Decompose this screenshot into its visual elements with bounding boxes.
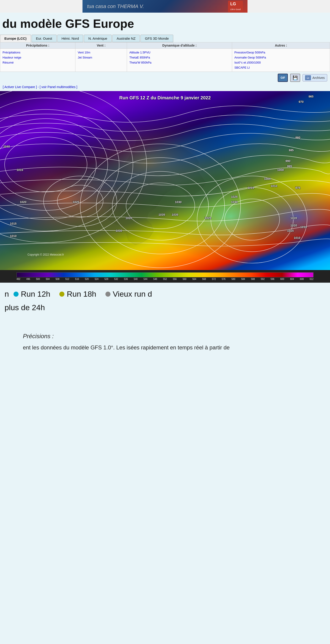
pressure-label-990: 990 — [286, 159, 291, 163]
submenu-col-precipitations: Précipitations Hauteur neige Résumé — [0, 49, 75, 72]
voir-panel-multimodeles[interactable]: [ voir Panel multimodèles ] — [40, 85, 77, 89]
svg-rect-0 — [0, 91, 330, 270]
submenu-col-dynamique: Altitude 1.5PVU ThetaE 850hPa Theta'W 85… — [127, 49, 232, 72]
pressure-label-985: 985 — [289, 148, 294, 152]
spacer-4 — [0, 377, 330, 386]
submenu-header-dynamique: Dynamique d'altitude : — [127, 42, 232, 49]
pressure-label-970: 970 — [299, 100, 304, 104]
pressure-label-1025c: 1025 — [205, 216, 211, 220]
svg-point-4 — [4, 137, 87, 192]
link-vent-10m[interactable]: Vent 10m — [78, 50, 124, 55]
link-thetae-850[interactable]: ThetaE 850hPa — [129, 55, 229, 60]
svg-point-12 — [96, 158, 225, 254]
pressure-label-1040: 1040 — [3, 145, 10, 148]
archives-icon: 🗂 — [305, 75, 311, 80]
pressure-label-1000: 1000 — [277, 168, 284, 172]
pressure-label-1010c: 1010 — [294, 236, 300, 240]
pressure-label-1025a: 1025 — [73, 200, 79, 204]
tab-australie-nz[interactable]: Australie NZ — [112, 35, 140, 42]
run-vieux-label: Vieux run d — [113, 290, 152, 298]
activate-live-compare[interactable]: [ Activer Live Compare ] — [3, 85, 37, 89]
pressure-label-1015b: 1015 — [248, 186, 254, 190]
run-plus-24h-label: plus de 24h — [4, 303, 45, 312]
pressure-label-1020c: 1020 — [290, 216, 297, 220]
pressure-label-995: 995 — [287, 164, 292, 168]
pressure-label-1020d: 1020 — [290, 224, 297, 227]
spacer-3 — [0, 368, 330, 377]
submenu-col-autres: Pression/Geop 500hPa Anomalie Geop 500hP… — [232, 49, 330, 72]
svg-point-7 — [0, 110, 119, 220]
run-12h-item: Run 12h — [13, 290, 50, 298]
spacer-1 — [0, 316, 330, 326]
run-18h-item: Run 18h — [59, 290, 96, 298]
pressure-label-1005: 1005 — [264, 177, 271, 180]
map-container: Run GFS 12 Z du Dimanche 9 janvier 2022 — [0, 91, 330, 283]
banner: tua casa con THERMA V. LG Life's Good — [0, 0, 330, 12]
precisions-title: Précisions : — [23, 333, 326, 340]
tab-europe-lcc[interactable]: Europe (LCC) — [0, 35, 31, 42]
pressure-label-1015c: 1015 — [10, 222, 16, 225]
run-0h-label: n — [4, 290, 9, 298]
run-18h-label: Run 18h — [67, 290, 96, 298]
toolbar-row: GIF 💾 🗂 Archives — [0, 72, 330, 84]
colorscale-gradient — [16, 272, 314, 278]
link-sbcape-li[interactable]: SBCAPE LI — [234, 65, 328, 70]
tab-hemi-nord[interactable]: Hémi. Nord — [57, 35, 83, 42]
map-contours-svg — [0, 91, 330, 270]
pressure-label-1020a: 1020 — [20, 200, 26, 204]
submenu-header-autres: Autres : — [232, 42, 330, 49]
pressure-label-1030a: 1030 — [175, 200, 182, 204]
run-18h-dot — [59, 292, 64, 297]
svg-point-18 — [43, 176, 117, 226]
map-title: Run GFS 12 Z du Dimanche 9 janvier 2022 — [119, 95, 211, 100]
svg-point-14 — [225, 199, 280, 240]
map-copyright: Copyright © 2022 Meteociel.fr — [27, 253, 64, 256]
gif-button[interactable]: GIF — [278, 74, 288, 82]
svg-point-8 — [0, 98, 133, 231]
precisions-section: Précisions : ent les données du modèle G… — [0, 326, 330, 358]
archives-button[interactable]: 🗂 Archives — [303, 74, 327, 82]
pressure-label-1030c: 1030 — [115, 229, 122, 232]
precisions-text: ent les données du modèle GFS 1.0°. Les … — [23, 344, 326, 352]
colorscale-bar: 492 496 500 504 508 512 516 520 524 528 … — [0, 270, 330, 283]
svg-rect-3 — [0, 91, 330, 270]
pressure-label-980: 980 — [295, 136, 301, 139]
pressure-label-1035b: 1035 — [172, 213, 178, 216]
pressure-label-1010a: 1010 — [271, 184, 277, 188]
lg-logo: LG Life's Good — [228, 1, 243, 12]
link-hauteur-neige[interactable]: Hauteur neige — [2, 55, 73, 60]
svg-point-9 — [0, 91, 147, 242]
tab-n-amerique[interactable]: N. Amérique — [84, 35, 112, 42]
svg-point-5 — [0, 128, 96, 201]
link-iso0c[interactable]: Iso0°c et z500/1000 — [234, 60, 328, 65]
link-precipitations[interactable]: Précipitations — [2, 50, 73, 55]
pressure-label-1010d: 1010 — [300, 225, 307, 229]
link-altitude-15pvu[interactable]: Altitude 1.5PVU — [129, 50, 229, 55]
banner-text: tua casa con THERMA V. — [87, 4, 144, 10]
colorscale-labels: 492 496 500 504 508 512 516 520 524 528 … — [16, 278, 314, 280]
nav-tabs: Europe (LCC) Eur. Ouest Hémi. Nord N. Am… — [0, 33, 330, 42]
link-jet-stream[interactable]: Jet Stream — [78, 55, 124, 60]
link-pression-geop[interactable]: Pression/Geop 500hPa — [234, 50, 328, 55]
map-image: Run GFS 12 Z du Dimanche 9 janvier 2022 — [0, 91, 330, 270]
svg-rect-1 — [0, 91, 330, 270]
tab-gfs-3d-monde[interactable]: GFS 3D Monde — [140, 35, 173, 42]
run-vieux-dot — [105, 292, 110, 297]
tab-eur-ouest[interactable]: Eur. Ouest — [32, 35, 57, 42]
svg-point-15 — [211, 188, 293, 252]
banner-inner: tua casa con THERMA V. LG Life's Good — [82, 0, 248, 12]
svg-point-13 — [80, 144, 241, 268]
submenu-header-vent: Vent : — [75, 42, 127, 49]
link-anomalie-geop[interactable]: Anomalie Geop 500hPa — [234, 55, 328, 60]
run-vieux-item: Vieux run d — [105, 290, 152, 298]
submenu-header-precipitations: Précipitations : — [0, 42, 75, 49]
run-12h-label: Run 12h — [21, 290, 50, 298]
pressure-label-1020b: 1020 — [125, 216, 132, 220]
spacer-2 — [0, 358, 330, 368]
link-thetaw-850[interactable]: Theta'W 850hPa — [129, 60, 229, 65]
save-button[interactable]: 💾 — [290, 74, 300, 82]
link-resume[interactable]: Résumé — [2, 60, 73, 65]
run-legend-extra: plus de 24h — [0, 303, 330, 316]
run-12h-dot — [13, 292, 18, 297]
page-title: du modèle GFS Europe — [0, 17, 330, 30]
